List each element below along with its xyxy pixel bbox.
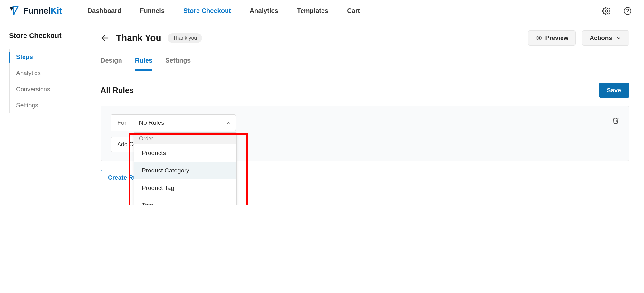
page-type-chip: Thank you bbox=[168, 33, 202, 43]
rule-type-selected: No Rules bbox=[139, 119, 164, 126]
rule-type-dropdown: Order Products Product Category Product … bbox=[134, 132, 237, 205]
nav-analytics[interactable]: Analytics bbox=[250, 7, 278, 15]
main-content: Thank You Thank you Preview Actions bbox=[80, 22, 644, 205]
rules-section-title: All Rules bbox=[101, 86, 134, 95]
page-header: Thank You Thank you Preview Actions bbox=[101, 30, 629, 46]
content-tabs: Design Rules Settings bbox=[101, 57, 629, 71]
dropdown-item-product-category[interactable]: Product Category bbox=[134, 162, 236, 179]
tab-settings[interactable]: Settings bbox=[165, 57, 191, 71]
chevron-down-icon bbox=[615, 35, 622, 41]
brand-logo[interactable]: FunnelKit bbox=[9, 6, 62, 16]
chevron-up-icon bbox=[226, 120, 231, 125]
actions-button-label: Actions bbox=[590, 34, 612, 42]
save-button[interactable]: Save bbox=[599, 83, 629, 98]
nav-funnels[interactable]: Funnels bbox=[140, 7, 165, 15]
page-title: Thank You bbox=[116, 33, 161, 43]
rule-for-label: For bbox=[111, 114, 133, 131]
sidebar-title: Store Checkout bbox=[9, 32, 80, 40]
nav-store-checkout[interactable]: Store Checkout bbox=[183, 7, 231, 15]
nav-dashboard[interactable]: Dashboard bbox=[88, 7, 121, 15]
nav-templates[interactable]: Templates bbox=[297, 7, 328, 15]
rules-section-header: All Rules Save bbox=[101, 83, 629, 98]
gear-icon[interactable] bbox=[602, 7, 610, 15]
sidebar-item-analytics[interactable]: Analytics bbox=[9, 65, 80, 81]
dropdown-scroll[interactable]: Products Product Category Product Tag To… bbox=[134, 144, 236, 205]
svg-point-4 bbox=[538, 37, 540, 39]
preview-button-label: Preview bbox=[545, 34, 568, 42]
dropdown-item-total[interactable]: Total bbox=[134, 197, 236, 205]
help-icon[interactable] bbox=[623, 7, 632, 15]
brand-name-a: Funnel bbox=[23, 6, 51, 16]
topbar: FunnelKit Dashboard Funnels Store Checko… bbox=[0, 0, 644, 22]
preview-button[interactable]: Preview bbox=[528, 30, 576, 46]
sidebar-item-steps[interactable]: Steps bbox=[9, 49, 80, 65]
main-nav: Dashboard Funnels Store Checkout Analyti… bbox=[88, 7, 602, 15]
svg-point-2 bbox=[627, 13, 628, 13]
actions-button[interactable]: Actions bbox=[582, 30, 629, 46]
back-arrow-icon[interactable] bbox=[101, 34, 110, 43]
eye-icon bbox=[535, 35, 542, 41]
svg-point-1 bbox=[624, 7, 631, 15]
dropdown-item-product-tag[interactable]: Product Tag bbox=[134, 179, 236, 197]
logo-mark-icon bbox=[9, 6, 20, 15]
rule-type-select[interactable]: No Rules bbox=[133, 114, 236, 131]
tab-rules[interactable]: Rules bbox=[135, 57, 152, 71]
dropdown-item-products[interactable]: Products bbox=[134, 144, 236, 162]
svg-point-0 bbox=[605, 10, 608, 12]
nav-cart[interactable]: Cart bbox=[347, 7, 360, 15]
brand-name-b: Kit bbox=[51, 6, 62, 16]
top-icons bbox=[602, 7, 635, 15]
sidebar-item-conversions[interactable]: Conversions bbox=[9, 81, 80, 97]
tab-design[interactable]: Design bbox=[101, 57, 122, 71]
rule-row: For No Rules Order Products Product Cate… bbox=[111, 114, 619, 131]
sidebar: Store Checkout Steps Analytics Conversio… bbox=[0, 22, 80, 205]
dropdown-group-label: Order bbox=[134, 133, 236, 144]
sidebar-item-settings[interactable]: Settings bbox=[9, 97, 80, 113]
rule-card: For No Rules Order Products Product Cate… bbox=[101, 106, 629, 161]
